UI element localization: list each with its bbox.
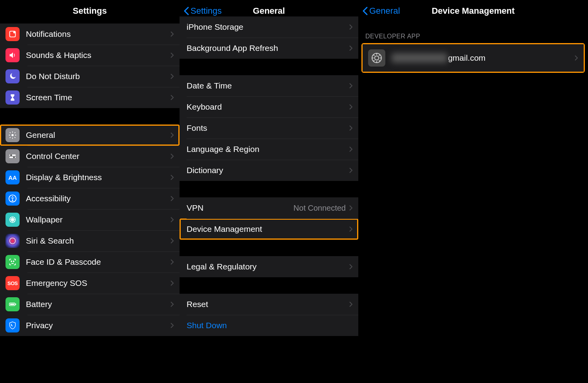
navbar-device-mgmt: General Device Management <box>358 0 588 22</box>
redacted-text: █████████ <box>392 53 447 63</box>
row-faceid[interactable]: Face ID & Passcode <box>0 251 180 273</box>
chevron-right-icon <box>170 301 174 307</box>
chevron-right-icon <box>170 73 174 79</box>
row-label: VPN <box>187 203 294 213</box>
row-reset[interactable]: Reset <box>180 294 358 315</box>
row-sos[interactable]: SOS Emergency SOS <box>0 273 180 294</box>
row-label: iPhone Storage <box>187 22 349 32</box>
battery-icon <box>5 297 20 311</box>
row-date-time[interactable]: Date & Time <box>180 75 358 96</box>
sos-icon: SOS <box>5 276 20 290</box>
chevron-right-icon <box>349 45 353 51</box>
chevron-right-icon <box>170 280 174 286</box>
row-battery[interactable]: Battery <box>0 294 180 315</box>
accessibility-icon <box>5 192 20 206</box>
developer-app-highlight: █████████gmail.com <box>361 43 585 73</box>
row-bg-app-refresh[interactable]: Background App Refresh <box>180 38 358 59</box>
row-dnd[interactable]: Do Not Disturb <box>0 66 180 87</box>
svg-point-11 <box>10 238 16 244</box>
general-group-3: VPN Not Connected Device Management <box>180 197 358 240</box>
chevron-left-icon <box>183 7 189 15</box>
row-label: Dictionary <box>187 166 349 175</box>
chevron-right-icon <box>349 125 353 131</box>
chevron-right-icon <box>170 31 174 37</box>
row-siri[interactable]: Siri & Search <box>0 230 180 251</box>
row-label: Wallpaper <box>26 215 170 224</box>
row-label: Emergency SOS <box>26 278 170 288</box>
chevron-right-icon <box>170 174 174 181</box>
general-group-4: Legal & Regulatory <box>180 256 358 277</box>
general-panel: Settings General iPhone Storage Backgrou… <box>180 0 358 383</box>
section-gap <box>180 240 358 256</box>
svg-point-2 <box>11 134 14 136</box>
section-gap <box>180 181 358 197</box>
chevron-right-icon <box>170 153 174 159</box>
svg-point-13 <box>13 261 14 262</box>
row-label: Control Center <box>26 152 170 161</box>
chevron-right-icon <box>349 167 353 173</box>
row-keyboard[interactable]: Keyboard <box>180 96 358 117</box>
back-button[interactable]: General <box>362 0 400 22</box>
chevron-right-icon <box>170 94 174 101</box>
row-label: Screen Time <box>26 93 170 102</box>
chevron-right-icon <box>349 264 353 270</box>
faceid-icon <box>5 255 20 269</box>
svg-rect-16 <box>15 304 16 305</box>
row-label: General <box>26 130 170 140</box>
row-shutdown[interactable]: Shut Down <box>180 315 358 336</box>
row-label: Background App Refresh <box>187 43 349 53</box>
row-label: Device Management <box>187 224 349 234</box>
row-label: Keyboard <box>187 102 349 112</box>
row-label: Accessibility <box>26 194 170 203</box>
svg-point-12 <box>11 261 12 262</box>
row-privacy[interactable]: Privacy <box>0 315 180 336</box>
back-label: General <box>369 6 400 16</box>
row-iphone-storage[interactable]: iPhone Storage <box>180 16 358 38</box>
row-sounds[interactable]: Sounds & Haptics <box>0 45 180 66</box>
svg-point-8 <box>12 196 13 197</box>
row-display[interactable]: AA Display & Brightness <box>0 167 180 188</box>
row-accessibility[interactable]: Accessibility <box>0 188 180 209</box>
svg-point-18 <box>375 56 379 60</box>
back-label: Settings <box>191 6 222 16</box>
row-label: Language & Region <box>187 145 349 154</box>
chevron-right-icon <box>349 205 353 211</box>
row-screentime[interactable]: Screen Time <box>0 87 180 108</box>
row-dictionary[interactable]: Dictionary <box>180 160 358 181</box>
row-general[interactable]: General <box>0 125 180 146</box>
chevron-right-icon <box>349 83 353 89</box>
chevron-right-icon <box>349 104 353 110</box>
row-label: Do Not Disturb <box>26 72 170 81</box>
svg-point-5 <box>10 154 12 156</box>
display-icon: AA <box>5 170 20 184</box>
chevron-right-icon <box>170 238 174 244</box>
chevron-right-icon <box>170 195 174 202</box>
svg-point-6 <box>13 156 15 158</box>
chevron-right-icon <box>170 259 174 265</box>
chevron-right-icon <box>349 226 353 232</box>
row-label: Fonts <box>187 123 349 133</box>
row-label: Sounds & Haptics <box>26 51 170 60</box>
siri-icon <box>5 234 20 248</box>
chevron-right-icon <box>574 55 578 61</box>
row-notifications[interactable]: Notifications <box>0 23 180 45</box>
chevron-right-icon <box>349 146 353 152</box>
chevron-right-icon <box>170 132 174 138</box>
developer-app-label: █████████gmail.com <box>392 53 574 63</box>
row-controlcenter[interactable]: Control Center <box>0 146 180 167</box>
dnd-icon <box>5 69 20 83</box>
page-title: Device Management <box>432 6 515 16</box>
row-fonts[interactable]: Fonts <box>180 117 358 139</box>
row-legal[interactable]: Legal & Regulatory <box>180 256 358 277</box>
wallpaper-icon <box>5 213 20 227</box>
row-vpn[interactable]: VPN Not Connected <box>180 197 358 219</box>
row-developer-app[interactable]: █████████gmail.com <box>363 44 584 72</box>
row-device-management[interactable]: Device Management <box>180 219 358 240</box>
row-wallpaper[interactable]: Wallpaper <box>0 209 180 230</box>
row-value: Not Connected <box>294 204 346 213</box>
chevron-right-icon <box>170 217 174 223</box>
chevron-right-icon <box>349 24 353 30</box>
row-language-region[interactable]: Language & Region <box>180 139 358 160</box>
row-label: Date & Time <box>187 81 349 90</box>
chevron-left-icon <box>362 7 368 15</box>
